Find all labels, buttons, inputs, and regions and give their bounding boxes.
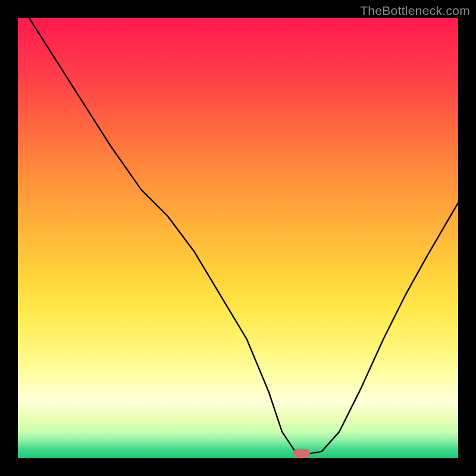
plot-area <box>18 18 458 458</box>
chart-frame: TheBottleneck.com <box>0 0 476 476</box>
watermark-text: TheBottleneck.com <box>360 4 470 18</box>
optimal-point-marker <box>293 449 310 457</box>
bottleneck-curve <box>18 18 458 458</box>
